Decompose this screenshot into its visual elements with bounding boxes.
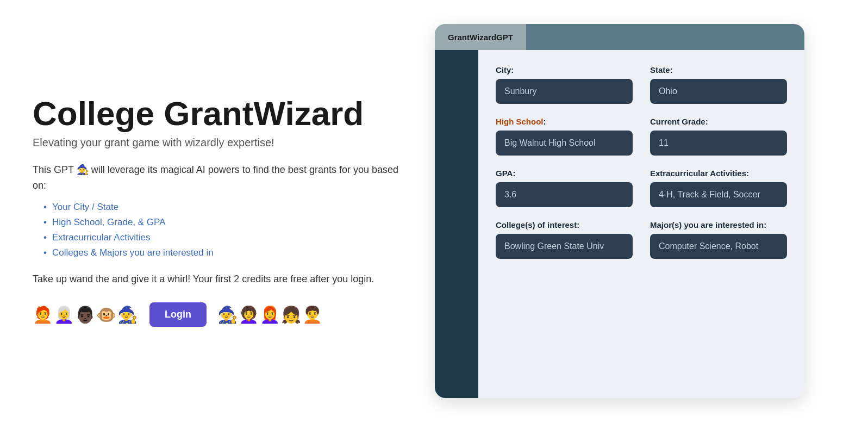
left-panel: College GrantWizard Elevating your grant… xyxy=(33,95,402,327)
description-prefix: This GPT xyxy=(33,164,77,175)
right-panel: GrantWizardGPT City: State: xyxy=(435,24,804,398)
emoji-group-right: 🧙👩‍🦱👩‍🦰👧🧑‍🦱 xyxy=(217,305,323,324)
city-group: City: xyxy=(496,65,633,104)
page-container: College GrantWizard Elevating your grant… xyxy=(33,24,835,398)
city-label: City: xyxy=(496,65,633,75)
highschool-input[interactable] xyxy=(496,131,633,156)
tab-grantwizardgpt[interactable]: GrantWizardGPT xyxy=(435,24,526,50)
window-body: City: State: High School: xyxy=(435,50,804,398)
city-input[interactable] xyxy=(496,79,633,104)
gpa-label: GPA: xyxy=(496,169,633,178)
gpa-input[interactable] xyxy=(496,182,633,207)
highschool-label: High School: xyxy=(496,117,633,126)
cta-text: Take up wand the and give it a whirl! Yo… xyxy=(33,271,402,287)
window-header: GrantWizardGPT xyxy=(435,24,804,50)
colleges-group: College(s) of interest: xyxy=(496,220,633,259)
colleges-label: College(s) of interest: xyxy=(496,220,633,229)
majors-input[interactable] xyxy=(650,234,787,259)
state-label: State: xyxy=(650,65,787,75)
bullet-2: High School, Grade, & GPA xyxy=(43,217,402,228)
feature-list: Your City / State High School, Grade, & … xyxy=(43,202,402,258)
state-input[interactable] xyxy=(650,79,787,104)
grade-label: Current Grade: xyxy=(650,117,787,126)
emoji-group-left: 🧑‍🦰👩‍🦳👨🏿🐵🧙 xyxy=(33,305,139,324)
highschool-group: High School: xyxy=(496,117,633,156)
activities-label: Extracurricular Activities: xyxy=(650,169,787,178)
gpa-group: GPA: xyxy=(496,169,633,207)
majors-group: Major(s) you are interested in: xyxy=(650,220,787,259)
grade-group: Current Grade: xyxy=(650,117,787,156)
subtitle: Elevating your grant game with wizardly … xyxy=(33,136,402,149)
form-area: City: State: High School: xyxy=(478,50,804,398)
bullet-3: Extracurricular Activities xyxy=(43,232,402,243)
bullet-1: Your City / State xyxy=(43,202,402,213)
login-button[interactable]: Login xyxy=(149,302,207,327)
wizard-emoji: 🧙 xyxy=(77,164,89,175)
app-window: GrantWizardGPT City: State: xyxy=(435,24,804,398)
state-group: State: xyxy=(650,65,787,104)
bullet-4: Colleges & Majors you are interested in xyxy=(43,247,402,258)
form-grid: City: State: High School: xyxy=(496,65,787,259)
activities-input[interactable] xyxy=(650,182,787,207)
sidebar-dark xyxy=(435,50,478,398)
activities-group: Extracurricular Activities: xyxy=(650,169,787,207)
bottom-row: 🧑‍🦰👩‍🦳👨🏿🐵🧙 Login 🧙👩‍🦱👩‍🦰👧🧑‍🦱 xyxy=(33,302,402,327)
majors-label: Major(s) you are interested in: xyxy=(650,220,787,229)
description: This GPT 🧙 will leverage its magical AI … xyxy=(33,162,402,194)
grade-input[interactable] xyxy=(650,131,787,156)
main-title: College GrantWizard xyxy=(33,95,402,132)
colleges-input[interactable] xyxy=(496,234,633,259)
